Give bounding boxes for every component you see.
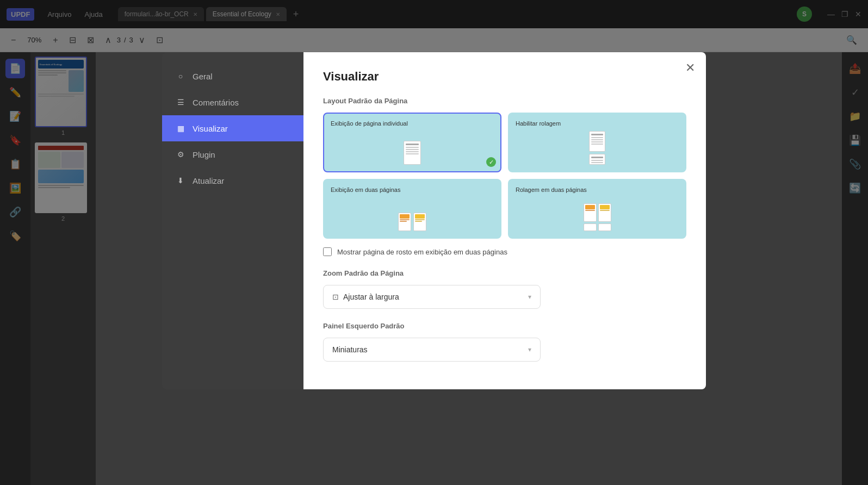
- settings-label-plugin: Plugin: [193, 150, 215, 159]
- panel-section-title: Painel Esquerdo Padrão: [323, 322, 686, 330]
- geral-icon: ○: [175, 71, 186, 82]
- zoom-select-wrap: ⊡ Ajustar à largura ▾: [323, 285, 686, 309]
- layout-option-double[interactable]: Exibição em duas páginas: [323, 179, 501, 239]
- settings-label-comentarios: Comentários: [193, 98, 239, 107]
- page-icon-scroll-2: [589, 154, 605, 165]
- mini-page-left: [398, 213, 411, 231]
- mini-page-ds-4: [598, 223, 611, 231]
- comentarios-icon: ☰: [175, 97, 186, 108]
- panel-select[interactable]: Miniaturas ▾: [323, 338, 541, 362]
- layout-grid: Exibição de página individual ✓ Habilita…: [323, 113, 686, 239]
- zoom-select-icon: ⊡: [332, 293, 339, 301]
- layout-label-double: Exibição em duas páginas: [331, 186, 494, 193]
- settings-panel: ○ Geral ☰ Comentários ▦ Visualizar ⚙ Plu…: [162, 52, 303, 389]
- settings-item-plugin[interactable]: ⚙ Plugin: [162, 141, 303, 167]
- panel-select-wrap: Miniaturas ▾: [323, 338, 686, 362]
- mini-page-ds-3: [584, 223, 597, 231]
- dialog-title: Visualizar: [323, 70, 686, 84]
- cover-page-row: Mostrar página de rosto em exibição em d…: [323, 247, 686, 256]
- layout-preview-scroll: [516, 132, 679, 165]
- selected-checkmark: ✓: [486, 157, 496, 167]
- dialog: ✕ Visualizar Layout Padrão da Página Exi…: [303, 52, 706, 389]
- layout-preview-double-scroll: [516, 198, 679, 231]
- layout-label-single: Exibição de página individual: [331, 120, 494, 127]
- modal-overlay: ○ Geral ☰ Comentários ▦ Visualizar ⚙ Plu…: [0, 0, 868, 485]
- settings-item-comentarios[interactable]: ☰ Comentários: [162, 89, 303, 115]
- cover-page-label[interactable]: Mostrar página de rosto em exibição em d…: [337, 248, 507, 256]
- visualizar-icon: ▦: [175, 123, 186, 134]
- mini-page-ds-1: [584, 203, 597, 222]
- settings-label-visualizar: Visualizar: [193, 124, 228, 133]
- panel-chevron-down-icon: ▾: [528, 346, 531, 353]
- settings-item-visualizar[interactable]: ▦ Visualizar: [162, 115, 303, 141]
- zoom-select[interactable]: ⊡ Ajustar à largura ▾: [323, 285, 541, 309]
- layout-label-scroll: Habilitar rolagem: [516, 120, 679, 127]
- page-icon-single: [404, 141, 421, 165]
- layout-option-double-scroll[interactable]: Rolagem em duas páginas: [508, 179, 686, 239]
- settings-label-geral: Geral: [193, 72, 213, 81]
- layout-preview-single: [331, 132, 494, 165]
- atualizar-icon: ⬇: [175, 175, 186, 186]
- page-icon-scroll-1: [589, 131, 605, 152]
- zoom-section-title: Zoom Padrão da Página: [323, 269, 686, 277]
- settings-label-atualizar: Atualizar: [193, 176, 224, 185]
- layout-option-single[interactable]: Exibição de página individual ✓: [323, 113, 501, 172]
- layout-preview-double: [331, 198, 494, 231]
- mini-page-right: [413, 213, 426, 231]
- panel-select-value: Miniaturas: [332, 345, 368, 354]
- zoom-select-value: Ajustar à largura: [343, 293, 399, 301]
- layout-label-double-scroll: Rolagem em duas páginas: [516, 186, 679, 193]
- layout-option-scroll[interactable]: Habilitar rolagem: [508, 113, 686, 172]
- layout-section-title: Layout Padrão da Página: [323, 97, 686, 105]
- settings-item-atualizar[interactable]: ⬇ Atualizar: [162, 167, 303, 194]
- settings-item-geral[interactable]: ○ Geral: [162, 63, 303, 89]
- plugin-icon: ⚙: [175, 149, 186, 160]
- zoom-chevron-down-icon: ▾: [528, 293, 531, 301]
- dialog-close-button[interactable]: ✕: [685, 61, 695, 75]
- cover-page-checkbox[interactable]: [323, 247, 332, 256]
- mini-page-ds-2: [598, 203, 611, 222]
